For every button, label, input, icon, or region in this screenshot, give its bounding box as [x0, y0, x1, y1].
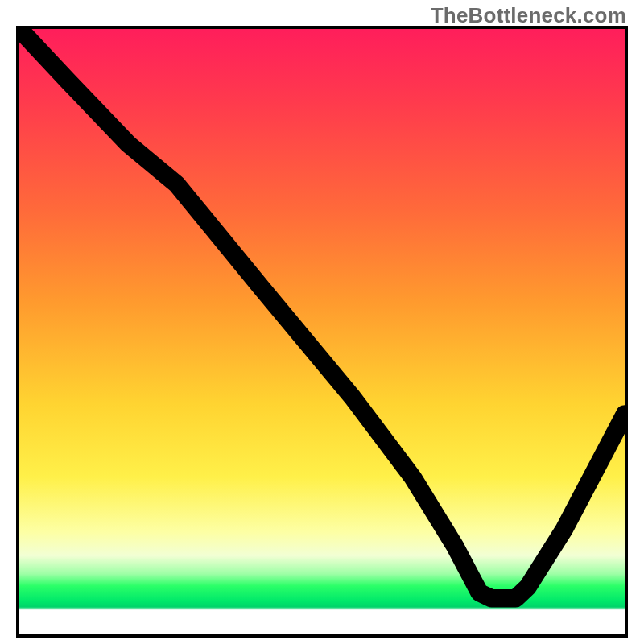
bottleneck-curve	[19, 29, 625, 598]
watermark-text: TheBottleneck.com	[431, 3, 626, 28]
plot-frame	[16, 26, 628, 638]
plot-area	[19, 29, 625, 634]
chart-container: TheBottleneck.com	[0, 0, 644, 644]
curve-layer	[19, 29, 625, 634]
